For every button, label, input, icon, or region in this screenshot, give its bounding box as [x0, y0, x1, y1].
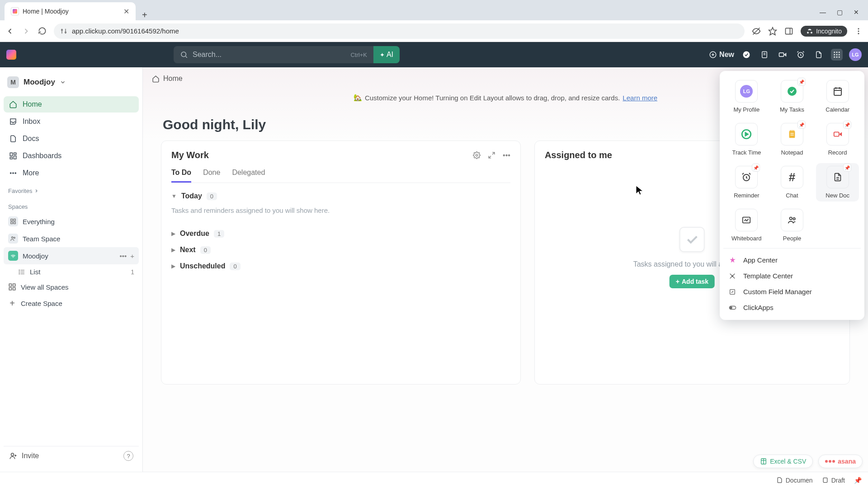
sidebar-item-dashboards[interactable]: Dashboards [4, 148, 139, 164]
dashboard-icon [9, 152, 17, 160]
add-task-button[interactable]: + Add task [670, 275, 715, 288]
check-circle-icon [787, 86, 797, 97]
learn-more-link[interactable]: Learn more [623, 94, 657, 102]
plus-icon[interactable]: + [130, 252, 134, 260]
tab-todo[interactable]: To Do [171, 169, 191, 183]
app-record[interactable]: 📌 Record [816, 120, 859, 159]
app-reminder[interactable]: 📌 Reminder [725, 163, 768, 202]
app-center-link[interactable]: App Center [723, 252, 861, 268]
site-settings-icon[interactable] [60, 28, 67, 35]
status-draft[interactable]: Draft [822, 477, 845, 484]
gear-icon[interactable] [473, 151, 481, 160]
app-track-time[interactable]: Track Time [725, 120, 768, 159]
svg-rect-41 [14, 219, 15, 221]
search-input[interactable]: Search... Ctrl+K [174, 46, 373, 63]
create-space[interactable]: + Create Space [4, 295, 139, 312]
app-chat[interactable]: # Chat [771, 163, 814, 202]
apps-grid-button[interactable] [831, 49, 843, 61]
new-button[interactable]: New [709, 51, 734, 59]
status-document[interactable]: Documen [776, 477, 813, 484]
group-unscheduled[interactable]: ▶ Unscheduled 0 [171, 262, 510, 270]
task-check-icon[interactable] [741, 49, 752, 61]
eye-off-icon[interactable] [752, 27, 761, 36]
workspace-switcher[interactable]: M Moodjoy [4, 74, 139, 91]
record-icon[interactable] [777, 49, 788, 61]
tab-close-icon[interactable]: ✕ [123, 7, 129, 16]
pin-icon[interactable]: 📌 [854, 477, 862, 484]
group-count: 0 [230, 263, 240, 270]
invite-label[interactable]: Invite [22, 452, 39, 460]
group-overdue[interactable]: ▶ Overdue 1 [171, 230, 510, 238]
browser-toolbar: app.clickup.com/9016164592/home Incognit… [0, 20, 868, 42]
app-people[interactable]: People [771, 206, 814, 244]
list-label: App Center [743, 256, 778, 264]
minimize-icon[interactable]: ― [820, 9, 826, 16]
svg-point-3 [65, 32, 66, 33]
browser-tab[interactable]: Home | Moodjoy ✕ [5, 2, 136, 20]
excel-label: Excel & CSV [770, 458, 806, 465]
browser-menu-icon[interactable] [854, 27, 863, 35]
expand-icon[interactable] [488, 151, 495, 160]
space-moodjoy[interactable]: Moodjoy ••• + [4, 247, 139, 264]
panel-icon[interactable] [784, 27, 793, 36]
sidebar-item-home[interactable]: Home [4, 96, 139, 113]
group-today[interactable]: ▼ Today 0 [171, 192, 510, 200]
caret-right-icon: ▶ [171, 230, 175, 237]
clickapps-link[interactable]: ClickApps [723, 300, 861, 315]
search-placeholder: Search... [193, 51, 222, 59]
sidebar-item-docs[interactable]: Docs [4, 131, 139, 147]
view-all-spaces[interactable]: View all Spaces [4, 279, 139, 295]
group-count: 0 [200, 246, 211, 254]
reminder-icon[interactable] [795, 49, 807, 61]
sidebar-item-more[interactable]: More [4, 165, 139, 181]
tab-delegated[interactable]: Delegated [232, 169, 265, 183]
user-avatar[interactable]: LG [849, 48, 862, 61]
custom-field-link[interactable]: Custom Field Manager [723, 284, 861, 300]
svg-rect-52 [9, 284, 11, 286]
app-calendar[interactable]: Calendar [816, 77, 859, 116]
tab-done[interactable]: Done [203, 169, 220, 183]
new-tab-button[interactable]: + [136, 10, 154, 20]
app-label: Whiteboard [731, 235, 761, 242]
sidebar-item-inbox[interactable]: Inbox [4, 113, 139, 130]
app-notepad[interactable]: 📌 Notepad [771, 120, 814, 159]
app-new-doc[interactable]: 📌 New Doc [816, 163, 859, 202]
doc-icon[interactable] [813, 49, 825, 61]
close-window-icon[interactable]: ✕ [854, 9, 859, 16]
back-button[interactable] [5, 27, 14, 36]
svg-point-51 [19, 273, 19, 274]
sparkle-icon: ✦ [380, 52, 385, 58]
maximize-icon[interactable]: ▢ [837, 9, 843, 16]
space-everything[interactable]: Everything [4, 213, 139, 230]
ai-button[interactable]: ✦ AI [373, 46, 400, 63]
app-my-profile[interactable]: LG My Profile [725, 77, 768, 116]
incognito-badge[interactable]: Incognito [801, 26, 847, 37]
import-asana-pill[interactable]: asana [818, 455, 863, 468]
svg-rect-8 [786, 28, 793, 34]
app-whiteboard[interactable]: Whiteboard [725, 206, 768, 244]
import-excel-pill[interactable]: Excel & CSV [753, 455, 813, 468]
svg-rect-67 [789, 131, 795, 138]
svg-point-50 [19, 272, 19, 272]
breadcrumb-home[interactable]: Home [163, 75, 183, 83]
bookmark-star-icon[interactable] [768, 27, 777, 36]
notepad-icon[interactable] [759, 49, 770, 61]
list-item[interactable]: List 1 [4, 264, 139, 279]
reload-button[interactable] [38, 27, 47, 35]
app-label: New Doc [826, 192, 849, 199]
forward-button[interactable] [22, 27, 31, 36]
more-dots-icon[interactable]: ••• [503, 151, 510, 160]
group-next[interactable]: ▶ Next 0 [171, 246, 510, 254]
add-task-label: Add task [682, 278, 708, 285]
app-my-tasks[interactable]: 📌 My Tasks [771, 77, 814, 116]
favorites-section[interactable]: Favorites [4, 181, 139, 197]
svg-rect-35 [14, 156, 16, 159]
clickup-logo-icon[interactable] [6, 50, 16, 60]
address-bar[interactable]: app.clickup.com/9016164592/home [54, 23, 745, 39]
more-icon [9, 169, 17, 177]
help-icon[interactable]: ? [123, 451, 133, 461]
template-center-link[interactable]: Template Center [723, 268, 861, 284]
space-team[interactable]: Team Space [4, 230, 139, 247]
more-dots-icon[interactable]: ••• [119, 252, 127, 260]
workspace-initial: M [7, 76, 19, 88]
